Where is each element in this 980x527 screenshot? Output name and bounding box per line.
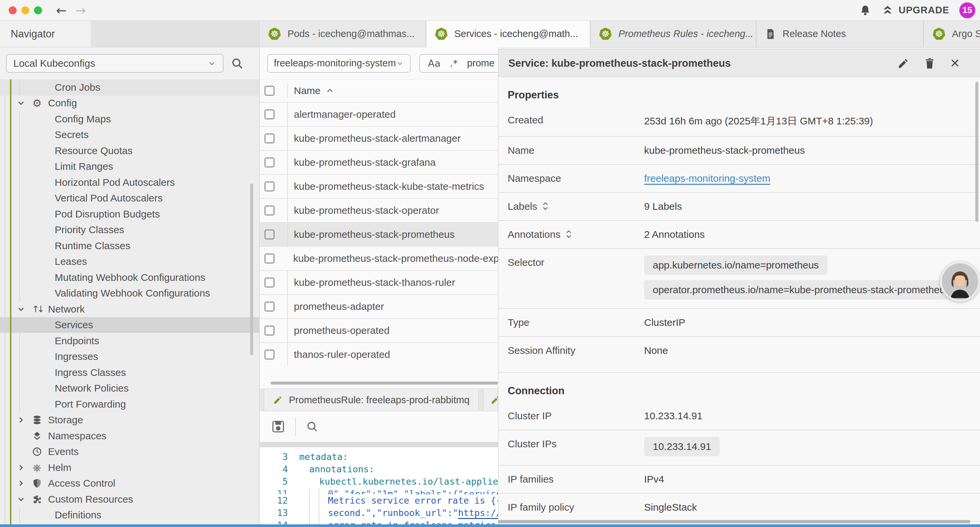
upgrade-button[interactable]: UPGRADE [881, 4, 949, 16]
table-row[interactable]: kube-prometheus-stack-prometheus [260, 222, 498, 246]
notification-badge[interactable]: 15 [959, 2, 975, 18]
sidebar-item[interactable]: Definitions [0, 507, 259, 523]
selector-chip[interactable]: app.kubernetes.io/name=prometheus [644, 255, 827, 275]
edit-pencil-icon[interactable] [897, 57, 909, 69]
regex-icon[interactable]: .* [450, 58, 458, 69]
tab-services[interactable]: ☸ Services - icecheng@math... ✕ [426, 21, 590, 47]
user-avatar[interactable] [940, 261, 980, 301]
sidebar-item[interactable]: Endpoints [0, 333, 259, 349]
back-icon[interactable]: ← [56, 4, 67, 17]
tab-release-notes[interactable]: Release Notes [757, 21, 924, 47]
sidebar-item[interactable]: Leases [0, 254, 259, 270]
editor-scroll-strip[interactable] [260, 442, 498, 447]
sidebar-item[interactable]: ⚙ Config [0, 96, 259, 111]
sidebar-item[interactable]: Storage [0, 412, 259, 428]
table-row[interactable]: kube-prometheus-stack-grafana [260, 150, 498, 174]
table-search-box[interactable]: Aa .* [419, 54, 498, 73]
row-checkbox[interactable] [264, 110, 275, 119]
table-row[interactable]: prometheus-operated [260, 318, 498, 342]
sidebar-item[interactable]: Validating Webhook Configurations [0, 285, 259, 301]
sidebar-item[interactable]: Custom Resources [0, 491, 259, 507]
row-checkbox[interactable] [264, 277, 275, 288]
table-row[interactable]: kube-prometheus-stack-operator [260, 198, 498, 222]
editor-line[interactable]: 12Metrics service error rate is {{ $va [260, 494, 498, 507]
sidebar-item[interactable]: Horizontal Pod Autoscalers [0, 174, 259, 191]
sidebar-item[interactable]: Services [0, 317, 259, 333]
sidebar-item[interactable]: Mutating Webhook Configurations [0, 269, 259, 285]
tab-prometheus-rules[interactable]: ☸ Prometheus Rules - icecheng... [590, 21, 757, 47]
column-header-name[interactable]: Name [294, 85, 334, 96]
editor-line[interactable]: 13second.","runbook_url":"https://net [260, 507, 498, 519]
sidebar-item[interactable]: Cron Jobs [0, 80, 259, 96]
table-row[interactable]: kube-prometheus-stack-alertmanager [260, 126, 498, 150]
namespace-select[interactable]: freeleaps-monitoring-system [267, 54, 410, 73]
sidebar-item[interactable]: ⎈ Helm [0, 460, 259, 476]
row-checkbox[interactable] [264, 158, 275, 167]
sidebar-item[interactable]: Access Control [0, 476, 259, 492]
row-checkbox[interactable] [264, 205, 275, 215]
cluster-ip-chip[interactable]: 10.233.14.91 [644, 437, 720, 456]
sidebar-scrollbar[interactable] [250, 183, 253, 355]
sidebar-item[interactable]: Runtime Classes [0, 238, 259, 254]
horizontal-scrollbar[interactable] [270, 382, 498, 385]
save-icon[interactable] [271, 420, 285, 434]
sidebar-item[interactable]: Port Forwarding [0, 396, 259, 412]
editor-search-icon[interactable] [306, 420, 318, 433]
detail-horizontal-scrollbar[interactable] [498, 520, 970, 523]
forward-icon[interactable]: → [75, 4, 86, 17]
detail-vertical-scrollbar[interactable] [975, 82, 978, 222]
editor-line[interactable]: 14error rate in freeleaps metrics ser [260, 519, 498, 524]
row-checkbox[interactable] [264, 253, 275, 263]
dock-tab-prometheusrule[interactable]: PrometheusRule: freeleaps-prod-rabbitmq [264, 389, 479, 411]
sidebar-item[interactable]: Resource Quotas [0, 143, 259, 159]
tab-argo[interactable]: ☸ Argo Se [924, 21, 980, 47]
sidebar-item[interactable]: Events [0, 444, 259, 460]
selector-chip[interactable]: operator.prometheus.io/name=kube-prometh… [644, 280, 959, 299]
kubeconfig-select[interactable]: Local Kubeconfigs [6, 54, 223, 73]
yaml-editor[interactable]: 3metadata:4annotations:5kubectl.kubernet… [260, 447, 498, 524]
sidebar-item[interactable]: Vertical Pod Autoscalers [0, 191, 259, 207]
sidebar-item[interactable]: Priority Classes [0, 222, 259, 238]
table-row[interactable]: prometheus-adapter [260, 294, 498, 318]
sort-updown-icon[interactable] [565, 229, 573, 239]
delete-trash-icon[interactable] [924, 57, 935, 70]
row-checkbox[interactable] [264, 350, 275, 360]
select-all-checkbox[interactable] [264, 86, 275, 96]
row-checkbox[interactable] [264, 182, 275, 191]
close-window-button[interactable] [9, 6, 17, 14]
navigator-tab[interactable]: Navigator [0, 21, 91, 47]
table-row[interactable]: thanos-ruler-operated [260, 342, 498, 366]
sidebar-item[interactable]: Secrets [0, 127, 259, 143]
sidebar-item[interactable]: Config Maps [0, 111, 259, 127]
row-checkbox[interactable] [264, 326, 275, 336]
search-input[interactable] [467, 58, 498, 69]
sidebar-item[interactable]: Pod Disruption Budgets [0, 206, 259, 222]
maximize-window-button[interactable] [34, 6, 42, 14]
match-case-icon[interactable]: Aa [428, 58, 441, 69]
sidebar-item[interactable]: ↑↓ Network [0, 301, 259, 317]
sidebar-item[interactable]: Network Policies [0, 381, 259, 396]
close-icon[interactable]: ✕ [950, 56, 960, 70]
row-checkbox[interactable] [264, 229, 275, 239]
bell-icon[interactable] [859, 4, 871, 17]
editor-line[interactable]: 5kubectl.kubernetes.io/last-applied-conf… [260, 475, 498, 488]
sort-updown-icon[interactable] [542, 201, 549, 212]
editor-line[interactable]: 3metadata: [260, 451, 498, 463]
row-checkbox[interactable] [264, 301, 275, 312]
sidebar-item[interactable]: Ingress Classes [0, 365, 259, 381]
sidebar-item[interactable]: Namespaces [0, 428, 259, 444]
search-icon[interactable] [231, 57, 243, 70]
sidebar-item[interactable]: Ingresses [0, 349, 259, 365]
editor-line[interactable]: 110","for":"1m","labels":{"service":" [260, 488, 498, 494]
row-checkbox[interactable] [264, 134, 275, 143]
namespace-link[interactable]: freeleaps-monitoring-system [644, 173, 770, 184]
tab-pods[interactable]: ☸ Pods - icecheng@mathmas... [259, 21, 426, 47]
table-row[interactable]: kube-prometheus-stack-thanos-ruler [260, 270, 498, 294]
table-row[interactable]: kube-prometheus-stack-kube-state-metrics [260, 174, 498, 198]
sidebar-item[interactable]: Limit Ranges [0, 159, 259, 175]
dock-tab-partial[interactable] [483, 389, 498, 411]
editor-line[interactable]: 4annotations: [260, 463, 498, 475]
minimize-window-button[interactable] [21, 6, 29, 14]
table-row[interactable]: kube-prometheus-stack-prometheus-node-ex… [260, 246, 498, 270]
table-row[interactable]: alertmanager-operated [260, 102, 498, 126]
